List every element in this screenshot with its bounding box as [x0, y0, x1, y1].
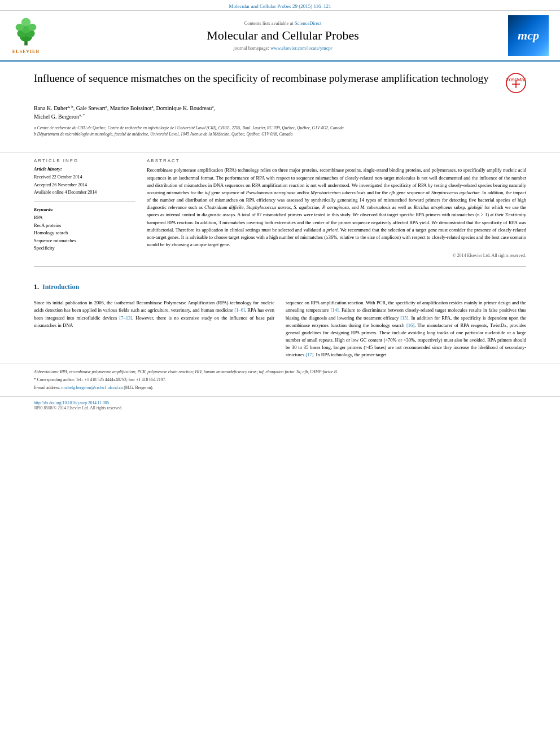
journal-meta-bar: Molecular and Cellular Probes 29 (2015) …: [0, 0, 560, 11]
article-title-text: Influence of sequence mismatches on the …: [34, 72, 500, 86]
crossmark-badge: CrossMark: [506, 73, 526, 97]
journal-homepage-line: journal homepage: www.elsevier.com/locat…: [233, 45, 332, 51]
article-title-section: Influence of sequence mismatches on the …: [0, 62, 560, 146]
page: Molecular and Cellular Probes 29 (2015) …: [0, 0, 560, 747]
mcp-logo-text: mcp: [518, 28, 539, 43]
ref-17[interactable]: [17]: [305, 352, 313, 357]
elsevier-tree-icon: [9, 17, 43, 48]
ref-15[interactable]: [15]: [400, 315, 408, 321]
fn-abbr-text: Abbreviations: RPA, recombinase polymera…: [34, 369, 338, 374]
journal-citation: Molecular and Cellular Probes 29 (2015) …: [229, 3, 331, 9]
affiliations: a Centre de recherche du CHU de Québec, …: [34, 125, 526, 137]
homepage-link[interactable]: www.elsevier.com/locate/ymcpr: [270, 45, 332, 51]
fn-email-label: E-mail address:: [34, 385, 60, 390]
affiliation-a: a Centre de recherche du CHU de Québec, …: [34, 125, 526, 132]
intro-col-right: sequence on RPA amplification reaction. …: [286, 299, 526, 363]
journal-header-center: Contents lists available at ScienceDirec…: [65, 15, 500, 56]
authors: Rana K. Dahera, b, Gale Stewarta, Mauric…: [34, 104, 526, 121]
copyright: © 2014 Elsevier Ltd. All rights reserved…: [147, 253, 526, 258]
ref-16[interactable]: [16]: [406, 322, 414, 328]
keyword-2: RecA proteins: [34, 222, 135, 230]
svg-point-7: [21, 18, 31, 27]
journal-header: ELSEVIER Contents lists available at Sci…: [0, 11, 560, 62]
journal-logo-area: mcp: [506, 15, 551, 56]
keyword-4: Sequence mismatches: [34, 237, 135, 245]
author-3: , Maurice Boissinot: [107, 105, 152, 111]
info-abstract-section: ARTICLE INFO Article history: Received 2…: [0, 158, 560, 258]
intro-body: Since its initial publication in 2006, t…: [0, 299, 560, 363]
affiliation-b: b Département de microbiologie-immunolog…: [34, 132, 526, 138]
author-6: Michel G. Bergeron: [34, 113, 79, 120]
intro-number: 1.: [34, 283, 39, 291]
keyword-3: Homology search: [34, 229, 135, 237]
mcp-logo: mcp: [508, 15, 549, 56]
crossmark-icon: CrossMark: [506, 73, 526, 93]
article-title: Influence of sequence mismatches on the …: [34, 72, 526, 97]
elsevier-label: ELSEVIER: [12, 49, 40, 54]
ref-14[interactable]: [14]: [331, 307, 339, 313]
fn-email-suffix: (M.G. Bergeron).: [124, 385, 153, 390]
fn-abbreviations: Abbreviations: RPA, recombinase polymera…: [34, 369, 526, 375]
keyword-5: Specificity: [34, 244, 135, 252]
abstract-text: Recombinase polymerase amplification (RP…: [147, 167, 526, 248]
intro-section: 1. Introduction: [0, 275, 560, 299]
author-1: Rana K. Daher: [34, 105, 68, 111]
journal-title: Molecular and Cellular Probes: [207, 28, 358, 43]
author-1-sup: a, b: [68, 104, 73, 109]
article-info-heading: ARTICLE INFO: [34, 158, 135, 163]
separator-2: [34, 266, 526, 267]
keyword-1: RPA: [34, 214, 135, 222]
fn-corresponding-text: * Corresponding author. Tel.: +1 418 525…: [34, 377, 166, 382]
accepted-date: Accepted 26 November 2014: [34, 182, 135, 188]
article-history-label: Article history:: [34, 167, 135, 172]
author-6-sup: a, *: [79, 113, 85, 117]
science-direct-link[interactable]: ScienceDirect: [295, 20, 322, 26]
author-comma: ,: [213, 105, 215, 111]
fn-corresponding: * Corresponding author. Tel.: +1 418 525…: [34, 377, 526, 383]
available-date: Available online 4 December 2014: [34, 189, 135, 195]
homepage-label: journal homepage:: [233, 45, 269, 51]
elsevier-logo: ELSEVIER: [9, 17, 43, 54]
ref-1-6[interactable]: [1–6]: [234, 307, 244, 313]
fn-email: E-mail address: michelg.bergeron@crchu1.…: [34, 385, 526, 391]
keywords-label: Keywords:: [34, 207, 135, 212]
intro-para-left: Since its initial publication in 2006, t…: [34, 299, 274, 329]
issn-text: 0890-8508/© 2014 Elsevier Ltd. All right…: [34, 405, 123, 410]
separator-1: [0, 152, 560, 152]
author-4: , Dominique K. Boudreau: [154, 105, 212, 111]
article-info-col: ARTICLE INFO Article history: Received 2…: [34, 158, 135, 258]
intro-para-right: sequence on RPA amplification reaction. …: [286, 299, 526, 359]
bottom-bar: http://dx.doi.org/10.1016/j.mcp.2014.11.…: [0, 396, 560, 414]
intro-col-left: Since its initial publication in 2006, t…: [34, 299, 274, 363]
contents-text: Contents lists available at: [244, 20, 294, 26]
ref-7-13[interactable]: [7–13]: [119, 315, 132, 321]
received-date: Received 22 October 2014: [34, 174, 135, 180]
abstract-col: ABSTRACT Recombinase polymerase amplific…: [147, 158, 526, 258]
author-2: , Gale Stewart: [73, 105, 106, 111]
footnotes: Abbreviations: RPA, recombinase polymera…: [0, 364, 560, 391]
separator-info: [34, 201, 135, 202]
doi-link[interactable]: http://dx.doi.org/10.1016/j.mcp.2014.11.…: [34, 400, 109, 405]
intro-title: Introduction: [42, 283, 79, 291]
elsevier-logo-area: ELSEVIER: [9, 15, 60, 56]
abstract-heading: ABSTRACT: [147, 158, 526, 163]
keywords-list: RPA RecA proteins Homology search Sequen…: [34, 214, 135, 252]
fn-email-link[interactable]: michelg.bergeron@crchu1.ulaval.ca: [62, 385, 123, 390]
science-direct-line: Contents lists available at ScienceDirec…: [244, 20, 322, 26]
